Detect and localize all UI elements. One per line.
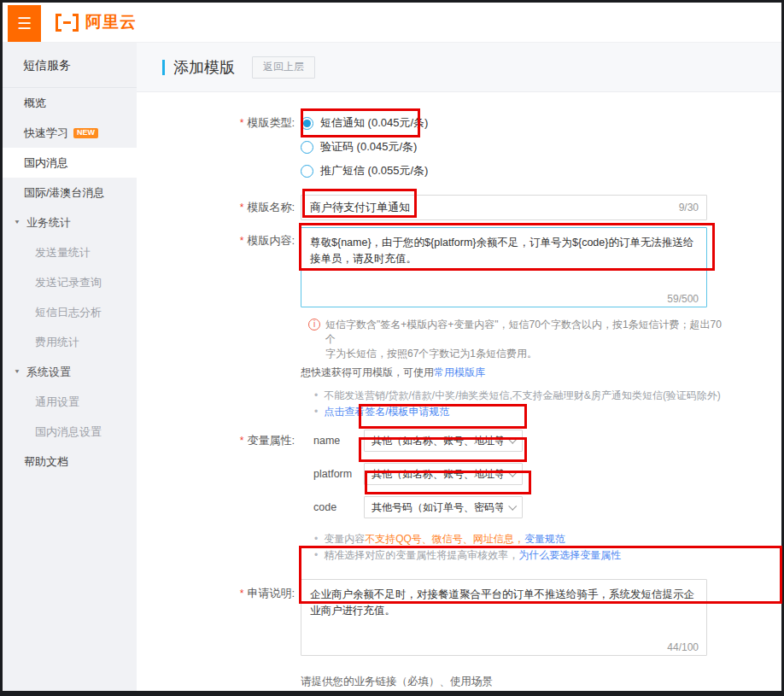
chevron-down-icon: [508, 469, 517, 477]
variable-platform-select[interactable]: 其他（如名称、账号、地址等）: [364, 463, 523, 485]
template-type-label: *模版类型:: [137, 111, 295, 135]
window-frame: ☰ 阿里云 短信服务 概览 快速学习 NEW 国内消息: [0, 0, 784, 696]
required-mark: *: [240, 202, 244, 213]
sidebar-item-cost-stats[interactable]: 费用统计: [3, 327, 137, 357]
aliyun-logo-icon: [56, 13, 79, 32]
why-variable-attr-link[interactable]: 为什么要选择变量属性: [518, 549, 621, 561]
variable-name: name: [313, 435, 364, 447]
radio-promo-sms[interactable]: 推广短信 (0.055元/条): [301, 159, 428, 183]
brand-name: 阿里云: [85, 11, 137, 33]
template-name-input[interactable]: [301, 195, 707, 220]
required-mark: *: [240, 117, 244, 129]
sidebar-item-send-volume-stats[interactable]: 发送量统计: [3, 237, 137, 267]
variable-code-select[interactable]: 其他号码（如订单号、密码等）: [364, 496, 523, 518]
application-desc-label: *申请说明:: [137, 579, 295, 602]
required-mark: *: [240, 235, 244, 247]
template-content-row: *模版内容: 尊敬${name}，由于您的${platform}余额不足，订单号…: [137, 227, 781, 311]
chevron-down-icon: [508, 502, 517, 511]
variable-name-select[interactable]: 其他（如名称、账号、地址等）: [364, 430, 523, 452]
title-accent-bar: [162, 60, 165, 75]
sidebar-item-quick-learn[interactable]: 快速学习 NEW: [3, 118, 137, 148]
sidebar-item-sms-log-analysis[interactable]: 短信日志分析: [3, 297, 137, 327]
radio-sms-notification[interactable]: 短信通知 (0.045元/条): [301, 111, 428, 135]
tip-line-1: 短信字数含"签名+模版内容+变量内容"，短信70个字数含以内，按1条短信计费；超…: [325, 318, 723, 347]
application-desc-counter: 44/100: [667, 641, 699, 653]
note-item: • 精准选择对应的变量属性将提高审核效率，为什么要选择变量属性: [314, 548, 781, 562]
radio-selected-icon: [301, 117, 313, 130]
char-count-tip: i 短信字数含"签名+模版内容+变量内容"，短信70个字数含以内，按1条短信计费…: [308, 318, 723, 361]
bullet-icon: •: [314, 548, 318, 562]
sidebar: 短信服务 概览 快速学习 NEW 国内消息 国际/港澳台消息 ▼ 业务统计: [3, 43, 137, 691]
bullet-icon: •: [314, 532, 318, 546]
signature-template-spec-link[interactable]: 点击查看签名/模板申请规范: [324, 405, 449, 418]
top-header: ☰ 阿里云: [3, 3, 781, 43]
template-name-counter: 9/30: [679, 202, 699, 213]
rule-item: • 不能发送营销/贷款/借款/中奖/抽奖类短信,不支持金融理财&房产通知类短信(…: [314, 389, 781, 402]
application-desc-row: *申请说明: 企业商户余额不足时，对接餐道聚合平台的订单不推送给骑手，系统发短信…: [137, 579, 781, 659]
sidebar-item-send-record-query[interactable]: 发送记录查询: [3, 267, 137, 297]
sidebar-item-international-messages[interactable]: 国际/港澳台消息: [3, 178, 137, 208]
variable-name: code: [313, 501, 364, 513]
note-item: • 变量内容不支持QQ号、微信号、网址信息，变量规范: [314, 532, 781, 546]
template-name-row: *模版名称: 9/30: [137, 195, 781, 220]
template-type-row: *模版类型: 短信通知 (0.045元/条) 验证码 (0.045元/条): [137, 111, 781, 183]
required-mark: *: [240, 588, 244, 599]
caret-down-icon: ▼: [14, 219, 20, 225]
variable-spec-link[interactable]: 变量规范: [524, 533, 565, 545]
chevron-down-icon: [508, 436, 517, 444]
sidebar-item-domestic-message-settings[interactable]: 国内消息设置: [3, 417, 137, 447]
info-icon: i: [308, 319, 320, 330]
sidebar-group-system-settings[interactable]: ▼ 系统设置: [3, 357, 137, 387]
main-panel: 添加模版 返回上层 *模版类型: 短信通知 (0.045元/条): [137, 43, 781, 691]
quick-template-line: 想快速获得可用模版，可使用常用模版库: [301, 366, 781, 380]
page-header: 添加模版 返回上层: [137, 43, 781, 92]
sidebar-group-business-stats[interactable]: ▼ 业务统计: [3, 208, 137, 237]
sidebar-item-help-docs[interactable]: 帮助文档: [3, 447, 137, 477]
sidebar-item-general-settings[interactable]: 通用设置: [3, 387, 137, 417]
radio-verification-code[interactable]: 验证码 (0.045元/条): [301, 135, 428, 159]
hamburger-menu-icon[interactable]: ☰: [8, 5, 41, 42]
bullet-icon: •: [314, 389, 318, 402]
radio-icon: [301, 165, 313, 178]
form-content: *模版类型: 短信通知 (0.045元/条) 验证码 (0.045元/条): [137, 92, 781, 691]
variable-row-platform: platform 其他（如名称、账号、地址等）: [301, 463, 523, 485]
template-name-label: *模版名称:: [137, 195, 295, 220]
sidebar-item-overview[interactable]: 概览: [3, 88, 137, 118]
page-title: 添加模版: [173, 57, 235, 78]
variable-notes: • 变量内容不支持QQ号、微信号、网址信息，变量规范 • 精准选择对应的变量属性…: [314, 532, 781, 562]
back-button[interactable]: 返回上层: [252, 56, 315, 79]
tip-line-2: 字为长短信，按照67个字数记为1条短信费用。: [325, 347, 723, 361]
variable-attrs-label: *变量属性:: [137, 430, 295, 452]
variable-name: platform: [313, 468, 364, 480]
sidebar-item-domestic-messages[interactable]: 国内消息: [3, 148, 137, 178]
bullet-icon: •: [314, 405, 318, 418]
caret-down-icon: ▼: [14, 369, 20, 375]
template-content-counter: 59/500: [667, 293, 699, 305]
rule-item: • 点击查看签名/模板申请规范: [314, 405, 781, 418]
new-badge: NEW: [73, 128, 98, 138]
radio-icon: [301, 141, 313, 154]
template-library-link[interactable]: 常用模版库: [434, 366, 485, 378]
template-content-label: *模版内容:: [137, 227, 295, 249]
variable-row-name: name 其他（如名称、账号、地址等）: [301, 430, 523, 452]
business-link-note: 请提供您的业务链接（必填）、使用场景: [301, 675, 781, 689]
application-desc-textarea[interactable]: 企业商户余额不足时，对接餐道聚合平台的订单不推送给骑手，系统发短信提示企业商户进…: [301, 579, 707, 656]
variable-attrs-row: *变量属性: name 其他（如名称、账号、地址等）: [137, 430, 781, 529]
required-mark: *: [240, 435, 244, 447]
template-content-textarea[interactable]: 尊敬${name}，由于您的${platform}余额不足，订单号为${code…: [301, 227, 707, 307]
variable-warning-text: 不支持QQ号、微信号、网址信息，: [365, 533, 524, 545]
variable-row-code: code 其他号码（如订单号、密码等）: [301, 496, 523, 518]
content-rules: • 不能发送营销/贷款/借款/中奖/抽奖类短信,不支持金融理财&房产通知类短信(…: [314, 389, 781, 418]
console-app: ☰ 阿里云 短信服务 概览 快速学习 NEW 国内消息: [3, 3, 781, 691]
aliyun-logo[interactable]: 阿里云: [56, 11, 137, 33]
sidebar-title: 短信服务: [3, 43, 137, 88]
